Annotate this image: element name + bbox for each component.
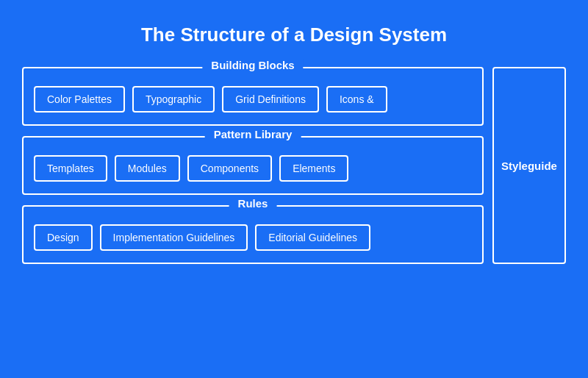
section-building-blocks: Building BlocksColor PalettesTypographic…: [22, 67, 484, 126]
section-label-pattern-library: Pattern Library: [205, 128, 301, 140]
item-pattern-library-0: Templates: [34, 155, 107, 182]
section-pattern-library: Pattern LibraryTemplatesModulesComponent…: [22, 136, 484, 195]
item-building-blocks-1: Typographic: [132, 86, 215, 113]
section-label-rules: Rules: [229, 197, 277, 210]
item-building-blocks-2: Grid Definitions: [222, 86, 319, 113]
section-items-building-blocks: Color PalettesTypographicGrid Definition…: [24, 68, 482, 113]
item-pattern-library-3: Elements: [279, 155, 348, 182]
page-title: The Structure of a Design System: [141, 24, 447, 46]
styleguide-label: Styleguide: [501, 160, 557, 172]
styleguide-box: Styleguide: [492, 67, 566, 264]
section-items-pattern-library: TemplatesModulesComponentsElements: [24, 138, 482, 182]
item-pattern-library-1: Modules: [115, 155, 180, 182]
item-pattern-library-2: Components: [187, 155, 272, 182]
section-items-rules: DesignImplementation GuidelinesEditorial…: [24, 207, 482, 251]
item-rules-0: Design: [34, 224, 93, 251]
item-rules-2: Editorial Guidelines: [255, 224, 370, 251]
item-building-blocks-0: Color Palettes: [34, 86, 125, 113]
item-rules-1: Implementation Guidelines: [100, 224, 248, 251]
item-building-blocks-3: Icons &: [326, 86, 387, 113]
main-layout: Building BlocksColor PalettesTypographic…: [22, 67, 566, 264]
left-column: Building BlocksColor PalettesTypographic…: [22, 67, 484, 264]
section-label-building-blocks: Building Blocks: [202, 59, 303, 71]
section-rules: RulesDesignImplementation GuidelinesEdit…: [22, 205, 484, 264]
